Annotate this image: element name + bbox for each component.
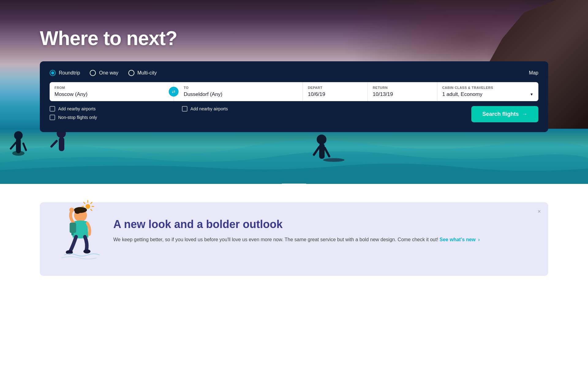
search-box: Roundtrip One way Multi-city Map From Mo…	[40, 61, 548, 132]
one-way-label: One way	[99, 70, 118, 76]
svg-line-3	[11, 143, 16, 149]
from-options: Add nearby airports Non-stop flights onl…	[50, 106, 177, 120]
svg-line-7	[51, 141, 57, 147]
depart-label: Depart	[308, 86, 363, 89]
to-label: To	[184, 86, 298, 89]
cabin-dropdown-arrow: ▼	[530, 92, 533, 97]
swap-button[interactable]: ⇄	[169, 87, 179, 97]
notification-link-text: See what's new	[439, 237, 476, 242]
add-nearby-to-checkbox[interactable]	[182, 106, 187, 112]
search-fields-row: From Moscow (Any) ⇄ To Dusseldorf (Any) …	[50, 82, 538, 101]
return-value: 10/13/19	[373, 91, 432, 97]
search-flights-button[interactable]: Search flights →	[471, 106, 538, 122]
svg-point-25	[83, 249, 90, 253]
search-flights-label: Search flights	[482, 111, 519, 117]
notification-link-arrow: ›	[478, 237, 480, 242]
swap-icon: ⇄	[172, 89, 175, 94]
svg-line-14	[91, 202, 92, 204]
notification-banner: ×	[40, 202, 548, 276]
below-hero-section: ×	[0, 184, 588, 377]
return-field-group[interactable]: Return 10/13/19	[368, 82, 437, 101]
svg-rect-9	[319, 143, 325, 159]
cabin-label: Cabin Class & Travelers	[442, 86, 533, 89]
person-illustration	[55, 196, 104, 267]
trip-type-row: Roundtrip One way Multi-city Map	[50, 70, 538, 76]
roundtrip-radio[interactable]	[50, 70, 56, 76]
search-btn-container: Search flights →	[436, 106, 538, 122]
illustration-container	[55, 196, 104, 264]
nonstop-checkbox[interactable]	[50, 115, 55, 120]
roundtrip-radio-inner	[51, 71, 54, 74]
from-field-group[interactable]: From Moscow (Any) ⇄	[50, 82, 174, 101]
svg-rect-6	[59, 137, 64, 151]
search-flights-arrow: →	[522, 111, 527, 117]
notification-body: We keep getting better, so if you loved …	[113, 236, 533, 244]
notification-close-button[interactable]: ×	[537, 208, 541, 215]
svg-rect-1	[16, 138, 21, 153]
to-value: Dusseldorf (Any)	[184, 91, 298, 97]
one-way-option[interactable]: One way	[90, 70, 118, 76]
add-nearby-to-option[interactable]: Add nearby airports	[182, 106, 309, 112]
add-nearby-to-label: Add nearby airports	[190, 106, 228, 111]
svg-point-22	[75, 209, 81, 214]
cabin-value: 1 adult, Economy	[442, 91, 482, 97]
depart-value: 10/6/19	[308, 91, 363, 97]
from-value: Moscow (Any)	[55, 91, 169, 97]
return-label: Return	[373, 86, 432, 89]
notification-body-text: We keep getting better, so if you loved …	[113, 237, 438, 242]
notification-title: A new look and a bolder outlook	[113, 218, 533, 231]
nonstop-option[interactable]: Non-stop flights only	[50, 115, 177, 120]
svg-point-2	[14, 131, 23, 140]
options-row: Add nearby airports Non-stop flights onl…	[50, 106, 538, 122]
notification-link[interactable]: See what's new ›	[439, 237, 480, 242]
svg-point-8	[317, 135, 326, 144]
one-way-radio[interactable]	[90, 70, 96, 76]
svg-line-4	[23, 143, 26, 150]
from-label: From	[55, 86, 169, 89]
nonstop-label: Non-stop flights only	[58, 115, 97, 120]
cabin-field-group[interactable]: Cabin Class & Travelers 1 adult, Economy…	[437, 82, 538, 101]
svg-line-10	[314, 147, 319, 155]
notification-content: A new look and a bolder outlook We keep …	[113, 215, 533, 244]
to-options: Add nearby airports	[177, 106, 309, 112]
depart-field-group[interactable]: Depart 10/6/19	[303, 82, 368, 101]
to-field-group[interactable]: To Dusseldorf (Any)	[179, 82, 303, 101]
hero-section: Where to next? Roundtrip One way Multi-c…	[0, 0, 588, 184]
add-nearby-from-checkbox[interactable]	[50, 106, 55, 112]
multi-city-label: Multi-city	[138, 70, 157, 76]
add-nearby-from-option[interactable]: Add nearby airports	[50, 106, 177, 112]
roundtrip-option[interactable]: Roundtrip	[50, 70, 80, 76]
svg-rect-26	[70, 223, 76, 233]
roundtrip-label: Roundtrip	[59, 70, 80, 76]
svg-point-12	[323, 158, 345, 162]
multi-city-radio[interactable]	[128, 70, 134, 76]
svg-line-11	[325, 148, 329, 156]
svg-point-19	[85, 204, 90, 209]
cabin-dropdown[interactable]: 1 adult, Economy ▼	[442, 91, 533, 97]
triangle-pointer	[282, 184, 306, 196]
map-link[interactable]: Map	[529, 70, 538, 76]
hero-heading: Where to next?	[40, 28, 177, 49]
svg-line-17	[84, 202, 85, 204]
svg-point-23	[69, 208, 74, 212]
add-nearby-from-label: Add nearby airports	[58, 106, 96, 111]
multi-city-option[interactable]: Multi-city	[128, 70, 157, 76]
svg-line-16	[91, 209, 92, 211]
